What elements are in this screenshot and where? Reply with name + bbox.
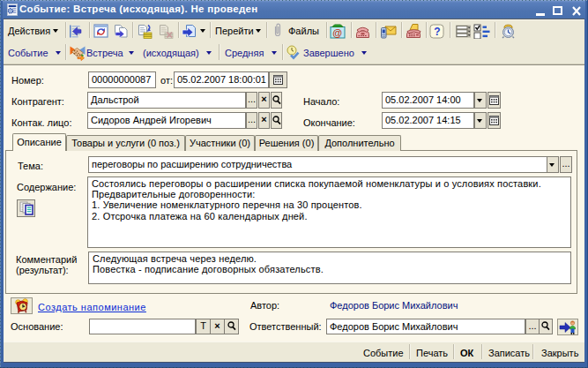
svg-text:?: ? (434, 26, 440, 38)
svg-text:@: @ (332, 27, 342, 38)
